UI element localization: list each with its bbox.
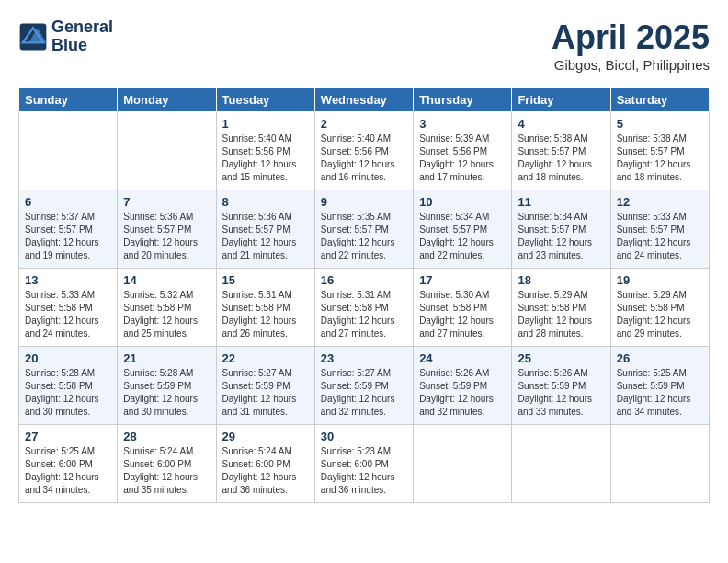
calendar-day: 17Sunrise: 5:30 AMSunset: 5:58 PMDayligh… bbox=[414, 269, 512, 347]
calendar-day: 23Sunrise: 5:27 AMSunset: 5:59 PMDayligh… bbox=[314, 347, 413, 425]
day-number: 5 bbox=[617, 117, 703, 131]
calendar-day: 7Sunrise: 5:36 AMSunset: 5:57 PMDaylight… bbox=[118, 190, 216, 269]
header-row: SundayMondayTuesdayWednesdayThursdayFrid… bbox=[19, 88, 710, 112]
day-number: 13 bbox=[25, 273, 111, 287]
calendar-day: 15Sunrise: 5:31 AMSunset: 5:58 PMDayligh… bbox=[216, 269, 314, 347]
day-info: Sunrise: 5:24 AMSunset: 6:00 PMDaylight:… bbox=[123, 445, 210, 497]
day-info: Sunrise: 5:24 AMSunset: 6:00 PMDaylight:… bbox=[222, 445, 309, 497]
day-number: 28 bbox=[123, 430, 210, 443]
day-number: 12 bbox=[617, 195, 703, 209]
day-header: Wednesday bbox=[314, 88, 413, 112]
day-info: Sunrise: 5:40 AMSunset: 5:56 PMDaylight:… bbox=[321, 132, 407, 184]
calendar-day: 14Sunrise: 5:32 AMSunset: 5:58 PMDayligh… bbox=[118, 269, 216, 347]
day-number: 18 bbox=[518, 273, 604, 287]
day-header: Monday bbox=[118, 88, 216, 112]
calendar-week: 20Sunrise: 5:28 AMSunset: 5:58 PMDayligh… bbox=[19, 347, 710, 425]
day-number: 9 bbox=[321, 195, 407, 209]
day-info: Sunrise: 5:37 AMSunset: 5:57 PMDaylight:… bbox=[25, 211, 111, 262]
day-number: 19 bbox=[617, 273, 703, 287]
calendar-day: 28Sunrise: 5:24 AMSunset: 6:00 PMDayligh… bbox=[118, 425, 216, 503]
calendar-day bbox=[512, 425, 610, 503]
day-number: 6 bbox=[25, 195, 111, 209]
calendar-day: 6Sunrise: 5:37 AMSunset: 5:57 PMDaylight… bbox=[19, 190, 118, 269]
calendar-day: 20Sunrise: 5:28 AMSunset: 5:58 PMDayligh… bbox=[19, 347, 118, 425]
day-number: 29 bbox=[222, 430, 309, 443]
day-number: 10 bbox=[419, 195, 506, 209]
calendar-day: 16Sunrise: 5:31 AMSunset: 5:58 PMDayligh… bbox=[314, 269, 413, 347]
calendar-day: 12Sunrise: 5:33 AMSunset: 5:57 PMDayligh… bbox=[610, 190, 709, 269]
day-info: Sunrise: 5:25 AMSunset: 5:59 PMDaylight:… bbox=[617, 367, 703, 419]
logo: General Blue bbox=[18, 18, 113, 55]
day-number: 4 bbox=[518, 117, 604, 131]
calendar-day: 13Sunrise: 5:33 AMSunset: 5:58 PMDayligh… bbox=[19, 269, 118, 347]
page-header: General Blue April 2025 Gibgos, Bicol, P… bbox=[18, 18, 710, 73]
calendar-subtitle: Gibgos, Bicol, Philippines bbox=[552, 57, 710, 73]
day-number: 27 bbox=[25, 430, 111, 443]
calendar-day bbox=[118, 112, 216, 190]
day-number: 14 bbox=[123, 273, 210, 287]
day-info: Sunrise: 5:29 AMSunset: 5:58 PMDaylight:… bbox=[617, 289, 703, 340]
day-number: 3 bbox=[419, 117, 506, 131]
day-header: Sunday bbox=[19, 88, 118, 112]
calendar-day: 22Sunrise: 5:27 AMSunset: 5:59 PMDayligh… bbox=[216, 347, 314, 425]
day-header: Saturday bbox=[610, 88, 709, 112]
day-info: Sunrise: 5:33 AMSunset: 5:58 PMDaylight:… bbox=[25, 289, 111, 340]
day-number: 1 bbox=[222, 117, 309, 131]
calendar-week: 6Sunrise: 5:37 AMSunset: 5:57 PMDaylight… bbox=[19, 190, 710, 269]
day-info: Sunrise: 5:27 AMSunset: 5:59 PMDaylight:… bbox=[321, 367, 407, 419]
calendar-day: 26Sunrise: 5:25 AMSunset: 5:59 PMDayligh… bbox=[610, 347, 709, 425]
calendar-day: 1Sunrise: 5:40 AMSunset: 5:56 PMDaylight… bbox=[216, 112, 314, 190]
day-info: Sunrise: 5:33 AMSunset: 5:57 PMDaylight:… bbox=[617, 211, 703, 262]
calendar-day: 11Sunrise: 5:34 AMSunset: 5:57 PMDayligh… bbox=[512, 190, 610, 269]
day-info: Sunrise: 5:32 AMSunset: 5:58 PMDaylight:… bbox=[123, 289, 210, 340]
day-info: Sunrise: 5:36 AMSunset: 5:57 PMDaylight:… bbox=[123, 211, 210, 262]
calendar-day: 27Sunrise: 5:25 AMSunset: 6:00 PMDayligh… bbox=[19, 425, 118, 503]
day-info: Sunrise: 5:29 AMSunset: 5:58 PMDaylight:… bbox=[518, 289, 604, 340]
day-number: 24 bbox=[419, 351, 506, 365]
calendar-day: 9Sunrise: 5:35 AMSunset: 5:57 PMDaylight… bbox=[314, 190, 413, 269]
day-info: Sunrise: 5:34 AMSunset: 5:57 PMDaylight:… bbox=[518, 211, 604, 262]
day-info: Sunrise: 5:34 AMSunset: 5:57 PMDaylight:… bbox=[419, 211, 506, 262]
day-header: Friday bbox=[512, 88, 610, 112]
day-info: Sunrise: 5:36 AMSunset: 5:57 PMDaylight:… bbox=[222, 211, 309, 262]
calendar-day: 18Sunrise: 5:29 AMSunset: 5:58 PMDayligh… bbox=[512, 269, 610, 347]
calendar-day: 21Sunrise: 5:28 AMSunset: 5:59 PMDayligh… bbox=[118, 347, 216, 425]
day-number: 8 bbox=[222, 195, 309, 209]
day-header: Tuesday bbox=[216, 88, 314, 112]
day-info: Sunrise: 5:35 AMSunset: 5:57 PMDaylight:… bbox=[321, 211, 407, 262]
calendar-title: April 2025 bbox=[552, 18, 710, 57]
day-number: 15 bbox=[222, 273, 309, 287]
day-info: Sunrise: 5:31 AMSunset: 5:58 PMDaylight:… bbox=[222, 289, 309, 340]
day-number: 20 bbox=[25, 351, 111, 365]
logo-text: General Blue bbox=[51, 18, 113, 55]
calendar-day bbox=[19, 112, 118, 190]
day-info: Sunrise: 5:38 AMSunset: 5:57 PMDaylight:… bbox=[518, 132, 604, 184]
calendar-day: 10Sunrise: 5:34 AMSunset: 5:57 PMDayligh… bbox=[414, 190, 512, 269]
calendar-day: 8Sunrise: 5:36 AMSunset: 5:57 PMDaylight… bbox=[216, 190, 314, 269]
title-block: April 2025 Gibgos, Bicol, Philippines bbox=[552, 18, 710, 73]
calendar-day: 29Sunrise: 5:24 AMSunset: 6:00 PMDayligh… bbox=[216, 425, 314, 503]
day-number: 30 bbox=[321, 430, 407, 443]
day-number: 22 bbox=[222, 351, 309, 365]
day-number: 21 bbox=[123, 351, 210, 365]
day-info: Sunrise: 5:28 AMSunset: 5:58 PMDaylight:… bbox=[25, 367, 111, 419]
calendar-day: 30Sunrise: 5:23 AMSunset: 6:00 PMDayligh… bbox=[314, 425, 413, 503]
calendar-week: 27Sunrise: 5:25 AMSunset: 6:00 PMDayligh… bbox=[19, 425, 710, 503]
day-number: 26 bbox=[617, 351, 703, 365]
calendar-day: 4Sunrise: 5:38 AMSunset: 5:57 PMDaylight… bbox=[512, 112, 610, 190]
day-info: Sunrise: 5:31 AMSunset: 5:58 PMDaylight:… bbox=[321, 289, 407, 340]
day-number: 17 bbox=[419, 273, 506, 287]
day-info: Sunrise: 5:26 AMSunset: 5:59 PMDaylight:… bbox=[518, 367, 604, 419]
calendar-day: 24Sunrise: 5:26 AMSunset: 5:59 PMDayligh… bbox=[414, 347, 512, 425]
day-info: Sunrise: 5:30 AMSunset: 5:58 PMDaylight:… bbox=[419, 289, 506, 340]
calendar-week: 13Sunrise: 5:33 AMSunset: 5:58 PMDayligh… bbox=[19, 269, 710, 347]
day-info: Sunrise: 5:23 AMSunset: 6:00 PMDaylight:… bbox=[321, 445, 407, 497]
day-header: Thursday bbox=[414, 88, 512, 112]
day-info: Sunrise: 5:38 AMSunset: 5:57 PMDaylight:… bbox=[617, 132, 703, 184]
day-number: 7 bbox=[123, 195, 210, 209]
calendar-day bbox=[414, 425, 512, 503]
calendar-week: 1Sunrise: 5:40 AMSunset: 5:56 PMDaylight… bbox=[19, 112, 710, 190]
day-number: 2 bbox=[321, 117, 407, 131]
calendar-day: 2Sunrise: 5:40 AMSunset: 5:56 PMDaylight… bbox=[314, 112, 413, 190]
calendar-day: 19Sunrise: 5:29 AMSunset: 5:58 PMDayligh… bbox=[610, 269, 709, 347]
